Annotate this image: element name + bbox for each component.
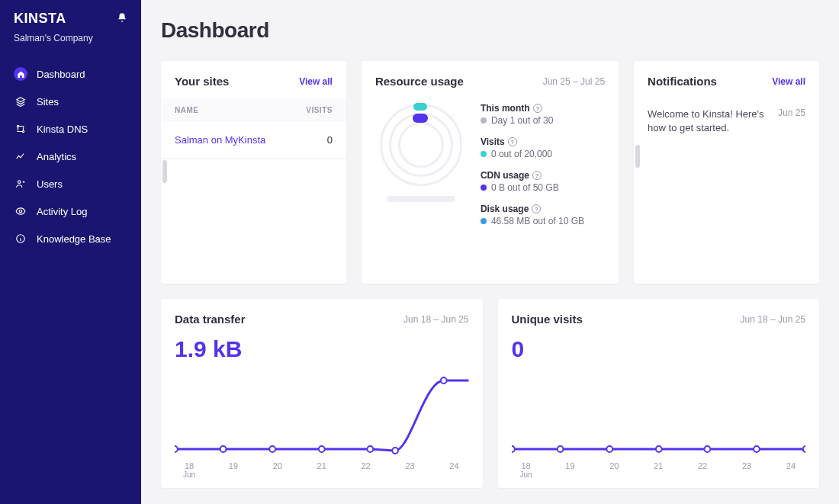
svg-point-9 — [368, 446, 374, 452]
card-title: Data transfer — [175, 313, 246, 326]
nav-label: Knowledge Base — [37, 233, 111, 245]
nav-item-users[interactable]: Users — [0, 170, 141, 197]
metric-cdn: CDN usage? 0 B out of 50 GB — [481, 170, 605, 193]
scroll-hint-left — [635, 145, 640, 168]
help-icon[interactable]: ? — [533, 104, 542, 113]
nav-label: Sites — [37, 96, 59, 108]
svg-point-13 — [557, 446, 563, 452]
notification-date: Jun 25 — [778, 108, 805, 135]
x-axis: 18Jun 19 20 21 22 23 24 — [161, 457, 483, 479]
notification-item[interactable]: Welcome to Kinsta! Here's how to get sta… — [634, 98, 819, 144]
chart-icon — [14, 149, 27, 163]
table-row[interactable]: Salman on MyKinsta 0 — [161, 122, 346, 159]
card-notifications: Notifications View all Welcome to Kinsta… — [634, 61, 819, 284]
nav-label: Dashboard — [37, 69, 85, 80]
scroll-hint-left — [162, 160, 167, 183]
nav-list: Dashboard Sites Kinsta DNS Analytics Use… — [0, 60, 141, 252]
svg-point-6 — [220, 446, 227, 452]
svg-point-16 — [704, 446, 710, 452]
card-title: Unique visits — [512, 313, 583, 326]
card-title: Notifications — [648, 75, 717, 88]
svg-point-5 — [175, 446, 178, 452]
svg-point-1 — [22, 130, 24, 132]
col-name: NAME — [175, 106, 198, 114]
svg-point-8 — [319, 446, 325, 452]
svg-point-0 — [17, 125, 18, 127]
date-range: Jun 25 – Jul 25 — [543, 76, 605, 87]
card-data-transfer: Data transfer Jun 18 – Jun 25 1.9 kB — [161, 299, 483, 488]
line-chart — [498, 373, 820, 457]
view-all-link[interactable]: View all — [772, 76, 805, 87]
svg-point-12 — [512, 446, 515, 452]
nav-label: Analytics — [37, 151, 76, 162]
nav-label: Kinsta DNS — [37, 124, 88, 135]
help-icon[interactable]: ? — [532, 171, 542, 180]
metric-value: 0 — [498, 336, 820, 362]
x-axis: 18Jun 19 20 21 22 23 24 — [498, 457, 820, 479]
metric-value: 1.9 kB — [161, 336, 483, 362]
sites-table-header: NAME VISITS — [161, 98, 346, 122]
svg-point-2 — [18, 181, 21, 184]
company-name[interactable]: Salman's Company — [0, 33, 141, 60]
dot-icon — [481, 151, 487, 157]
svg-point-3 — [19, 210, 22, 213]
sidebar: KINSTA Salman's Company Dashboard Sites … — [0, 0, 141, 504]
card-title: Your sites — [175, 75, 229, 88]
home-icon — [14, 67, 27, 81]
nav-item-dns[interactable]: Kinsta DNS — [0, 115, 141, 143]
svg-point-7 — [269, 446, 275, 452]
card-title: Resource usage — [375, 75, 464, 88]
svg-point-18 — [802, 446, 805, 452]
dot-icon — [481, 185, 487, 191]
nav-item-analytics[interactable]: Analytics — [0, 143, 141, 170]
info-icon — [14, 232, 27, 246]
svg-point-15 — [655, 446, 661, 452]
card-your-sites: Your sites View all NAME VISITS Salman o… — [161, 61, 346, 284]
users-icon — [14, 177, 27, 191]
nav-label: Activity Log — [37, 206, 87, 217]
view-all-link[interactable]: View all — [299, 76, 333, 87]
dot-icon — [481, 218, 487, 224]
svg-point-17 — [754, 446, 760, 452]
layers-icon — [14, 95, 27, 108]
nav-item-dashboard[interactable]: Dashboard — [0, 60, 141, 88]
dot-icon — [481, 117, 487, 124]
nav-label: Users — [37, 178, 63, 190]
line-chart — [161, 373, 483, 457]
page-title: Dashboard — [161, 18, 819, 43]
card-unique-visits: Unique visits Jun 18 – Jun 25 0 — [498, 299, 820, 488]
bell-icon[interactable] — [117, 12, 127, 25]
col-visits: VISITS — [306, 106, 333, 114]
help-icon[interactable]: ? — [532, 204, 541, 213]
site-name[interactable]: Salman on MyKinsta — [175, 134, 265, 146]
notification-text: Welcome to Kinsta! Here's how to get sta… — [648, 108, 770, 135]
svg-point-14 — [606, 446, 612, 452]
svg-point-11 — [441, 377, 447, 384]
nav-item-knowledge[interactable]: Knowledge Base — [0, 225, 141, 252]
dns-icon — [14, 122, 27, 136]
help-icon[interactable]: ? — [508, 137, 517, 146]
metric-visits: Visits? 0 out of 20,000 — [481, 136, 605, 159]
date-range: Jun 18 – Jun 25 — [741, 314, 805, 325]
svg-point-10 — [392, 448, 398, 454]
metric-this-month: This month? Day 1 out of 30 — [481, 103, 605, 126]
eye-icon — [14, 204, 27, 218]
main-content: Dashboard Your sites View all NAME VISIT… — [141, 0, 839, 504]
metric-disk: Disk usage? 46.58 MB out of 10 GB — [481, 204, 605, 226]
nav-item-sites[interactable]: Sites — [0, 88, 141, 115]
nav-item-activity[interactable]: Activity Log — [0, 197, 141, 225]
site-visits: 0 — [327, 134, 333, 146]
date-range: Jun 18 – Jun 25 — [403, 314, 468, 325]
usage-donut — [375, 103, 467, 202]
brand-logo: KINSTA — [14, 11, 66, 27]
card-resource-usage: Resource usage Jun 25 – Jul 25 — [362, 61, 619, 284]
